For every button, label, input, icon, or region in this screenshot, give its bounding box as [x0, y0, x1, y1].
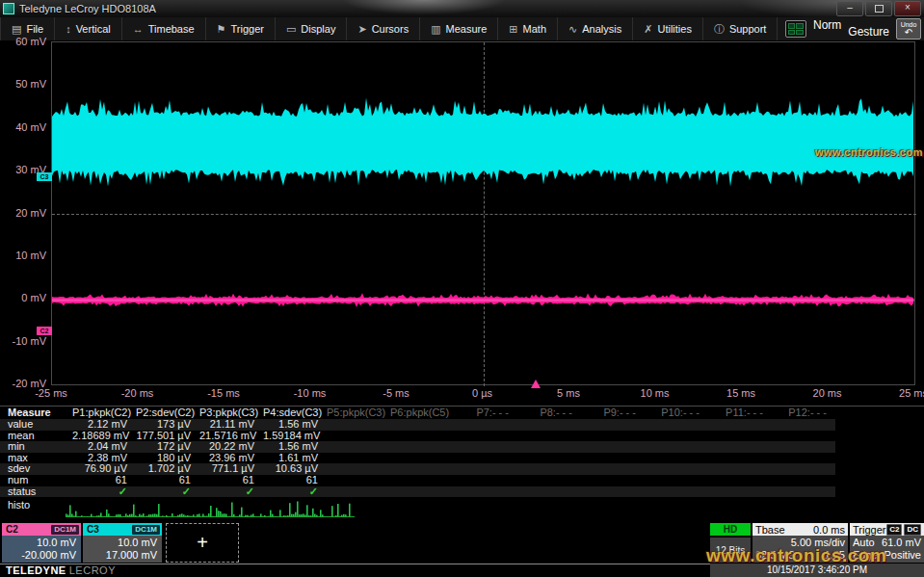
analysis-icon: ∿	[568, 23, 577, 36]
display-grid-button[interactable]	[785, 20, 806, 38]
y-axis-label: 40 mV	[0, 121, 46, 133]
measure-row-label: max	[0, 453, 72, 464]
measure-value-cell: 2.38 mV	[72, 453, 136, 464]
menu-item-support[interactable]: ⓘSupport	[703, 17, 779, 40]
timebase-box[interactable]: Tbase 0.0 ms 5.00 ms/div 62.5 MS 1.25	[752, 523, 848, 563]
measure-value-cell: 1.61 mV	[263, 453, 327, 464]
measure-value-cell: 173 µV	[136, 419, 199, 431]
measure-value-cell	[708, 441, 772, 453]
math-icon: ⊞	[509, 23, 517, 36]
measure-value-cell: 2.18689 mV	[72, 431, 136, 442]
measure-value-cell	[390, 463, 454, 475]
brand-logo: TELEDYNE LECROY	[0, 564, 710, 577]
channel-id-label: C2	[6, 524, 18, 535]
y-axis-label: 0 mV	[0, 292, 46, 303]
measure-value-cell: 1.56 mV	[263, 441, 327, 453]
measure-value-cell	[581, 431, 645, 442]
menu-item-label: Measure	[446, 23, 488, 35]
x-axis-label: 10 ms	[626, 387, 684, 399]
measure-value-cell: 172 µV	[136, 441, 199, 453]
utilities-icon: ✗	[644, 23, 652, 36]
trigger-flag-icon: ⚑	[217, 23, 226, 36]
channel-id-label: C3	[87, 524, 99, 535]
channel-scale: 10.0 mV	[2, 537, 76, 549]
tbase-rate: 1.25	[825, 549, 845, 562]
menu-item-label: File	[26, 23, 43, 35]
measure-value-cell	[708, 431, 772, 442]
close-button[interactable]: ×	[894, 1, 921, 16]
add-channel-button[interactable]: +	[166, 523, 239, 563]
measure-value-cell	[454, 486, 517, 498]
histogram-sparkline	[66, 498, 374, 521]
measure-column-header[interactable]: P6:pkpk(C5)	[390, 407, 454, 419]
measure-column-header[interactable]: P5:pkpk(C3)	[327, 407, 390, 419]
channel-box-c3[interactable]: C3DC1M10.0 mV17.000 mV	[83, 523, 162, 563]
measure-value-cell	[581, 463, 645, 475]
measure-value-cell	[454, 441, 517, 453]
x-axis-label: -5 ms	[367, 387, 425, 399]
undo-button[interactable]: Undo ↶	[896, 18, 921, 39]
measure-column-header[interactable]: P4:sdev(C3)	[263, 407, 327, 419]
channel-marker-c3[interactable]: C3	[37, 172, 52, 181]
measure-value-cell: ✓	[263, 486, 327, 498]
menu-item-cursors[interactable]: ➤Cursors	[347, 17, 420, 40]
measure-value-cell: 1.59184 mV	[263, 431, 327, 442]
trigger-slope: Positive	[884, 549, 921, 562]
menu-item-analysis[interactable]: ∿Analysis	[558, 17, 633, 40]
measure-value-cell	[772, 431, 835, 442]
channel-box-c2[interactable]: C2DC1M10.0 mV-20.000 mV	[2, 523, 81, 563]
measure-value-cell	[772, 453, 835, 464]
trigger-source-badge: C2	[886, 524, 902, 536]
measure-value-cell: 61	[263, 475, 327, 486]
x-axis-label: 0 µs	[454, 387, 512, 399]
measure-column-header[interactable]: P12:- - -	[772, 407, 835, 419]
menu-item-vertical[interactable]: ↕Vertical	[55, 17, 122, 40]
menu-item-utilities[interactable]: ✗Utilities	[633, 17, 703, 40]
measure-column-header[interactable]: P1:pkpk(C2)	[72, 407, 136, 419]
datetime-label: 10/15/2017 3:46:20 PM	[710, 564, 924, 577]
hd-cluster[interactable]: HD 12 Bits	[710, 523, 751, 563]
measure-column-header[interactable]: P2:sdev(C2)	[136, 407, 199, 419]
menu-item-trigger[interactable]: ⚑Trigger	[206, 17, 276, 40]
window-titlebar: Teledyne LeCroy HDO8108A – ×	[0, 0, 924, 17]
histo-label: histo	[8, 499, 30, 511]
menu-item-label: Vertical	[76, 23, 111, 35]
measure-value-cell	[645, 486, 708, 498]
tbase-label: Tbase	[755, 524, 785, 536]
measure-value-cell: 1.702 µV	[136, 463, 199, 475]
measure-value-cell	[517, 441, 581, 453]
menu-item-timebase[interactable]: ↔Timebase	[122, 17, 206, 40]
measure-value-cell	[327, 453, 390, 464]
menu-item-math[interactable]: ⊞Math	[498, 17, 558, 40]
measure-value-cell	[517, 463, 581, 475]
waveform-display[interactable]: 60 mV50 mV40 mV30 mV20 mV10 mV0 mV-10 mV…	[0, 40, 924, 406]
measure-column-header[interactable]: P7:- - -	[454, 407, 517, 419]
measure-value-cell: 61	[199, 475, 263, 486]
menu-item-display[interactable]: ▭Display	[276, 17, 347, 40]
support-icon: ⓘ	[714, 22, 725, 37]
trigger-type: Edge	[853, 549, 878, 562]
measure-value-cell	[327, 419, 390, 431]
measure-column-header[interactable]: P3:pkpk(C3)	[199, 407, 263, 419]
channel-marker-c2[interactable]: C2	[37, 327, 52, 335]
x-axis-label: 15 ms	[712, 387, 770, 399]
measure-value-cell	[454, 463, 517, 475]
menu-item-measure[interactable]: ▥Measure	[420, 17, 498, 40]
restore-button[interactable]	[865, 1, 892, 16]
measure-value-cell: 1.56 mV	[263, 419, 327, 431]
menu-item-label: Trigger	[230, 23, 263, 35]
measure-column-header[interactable]: P8:- - -	[517, 407, 581, 419]
minimize-button[interactable]: –	[836, 1, 863, 16]
measure-value-cell	[581, 441, 645, 453]
trigger-box[interactable]: Trigger C2 DC Auto 61.0 mV Edge Positive	[850, 523, 924, 563]
measure-row-label: num	[0, 475, 72, 486]
measure-column-header[interactable]: P11:- - -	[708, 407, 772, 419]
measure-column-header[interactable]: P9:- - -	[581, 407, 645, 419]
measure-row-label: status	[0, 486, 72, 498]
channel-offset: -20.000 mV	[2, 549, 76, 562]
measure-value-cell	[517, 475, 581, 486]
descriptor-bar: C2DC1M10.0 mV-20.000 mVC3DC1M10.0 mV17.0…	[0, 523, 924, 563]
bits-label: 12 Bits	[710, 538, 751, 563]
measure-column-header[interactable]: P10:- - -	[645, 407, 708, 419]
brand-bold: TELEDYNE	[6, 564, 66, 576]
